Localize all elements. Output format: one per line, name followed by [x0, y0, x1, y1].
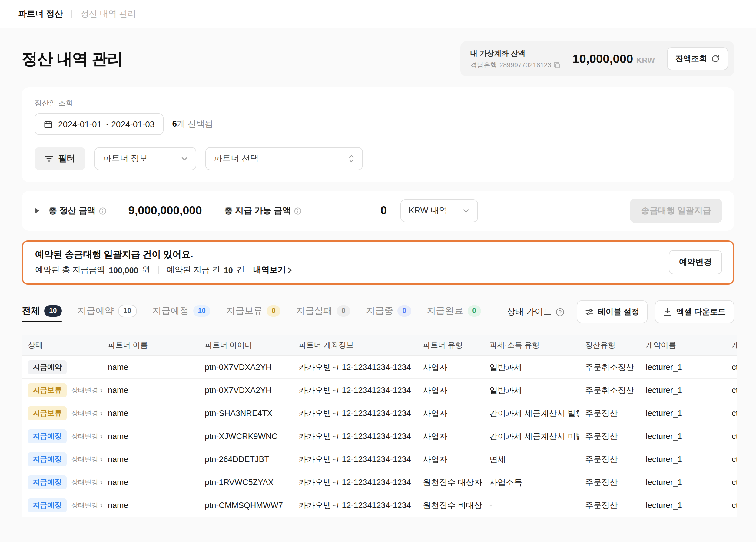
currency-dropdown[interactable]: KRW 내역: [400, 199, 478, 222]
date-range-value: 2024-01-01 ~ 2024-01-03: [58, 119, 154, 129]
top-nav: 파트너 정산 정산 내역 관리: [0, 0, 756, 28]
col-contract-name: 계약이름: [640, 335, 726, 356]
balance-check-button[interactable]: 잔액조회: [667, 47, 728, 70]
reserved-amount: 100,000: [109, 266, 138, 275]
table-row[interactable]: 지급예정 상태변경 name ptn-264DDETJBT 카카오뱅크 12-1…: [22, 448, 737, 471]
settlement-page: 파트너 정산 정산 내역 관리 정산 내역 관리 내 가상계좌 잔액 경남은행 …: [0, 0, 756, 542]
tabs-row: 전체 10 지급예약 10 지급예정 10 지급보류 0 지급실패 0: [22, 300, 734, 327]
swap-icon: [100, 388, 102, 393]
chevron-updown-icon: [348, 154, 354, 163]
alert-content: 예약된 송금대행 일괄지급 건이 있어요. 예약된 총 지급금액 100,000…: [35, 249, 292, 276]
question-circle-icon: [555, 307, 565, 316]
status-change-button[interactable]: 상태변경: [71, 501, 102, 510]
table-row[interactable]: 지급예정 상태변경 name ptn-1RVWC5ZYAX 카카오뱅크 12-1…: [22, 471, 737, 494]
filter-button[interactable]: 필터: [35, 147, 85, 170]
table-toolbar: 상태 가이드: [507, 300, 734, 327]
balance-account: 경남은행 28999770218123: [470, 60, 560, 69]
col-partner-id: 파트너 아이디: [199, 335, 293, 356]
balance-check-label: 잔액조회: [675, 53, 707, 64]
chevron-down-icon: [181, 157, 188, 161]
reserved-count: 10: [224, 266, 233, 275]
tab-payment-hold[interactable]: 지급보류 0: [226, 305, 280, 322]
summary-divider: [213, 205, 214, 216]
settlement-table-wrap: 상태 파트너 이름 파트너 아이디 파트너 계좌정보 파트너 유형 과세·소득 …: [22, 335, 737, 517]
status-change-button[interactable]: 상태변경: [71, 386, 102, 395]
status-badge: 지급예정: [28, 475, 67, 489]
sliders-icon: [585, 308, 594, 316]
title-row: 정산 내역 관리 내 가상계좌 잔액 경남은행 28999770218123: [22, 41, 734, 76]
table-row[interactable]: 지급예정 상태변경 name ptn-XJWCRK9WNC 카카오뱅크 12-1…: [22, 425, 737, 448]
filter-icon: [45, 155, 53, 162]
col-account-info: 파트너 계좌정보: [293, 335, 417, 356]
table-row[interactable]: 지급보류 상태변경 name ptn-0X7VDXA2YH 카카오뱅크 12-1…: [22, 379, 737, 402]
tab-payment-in-progress[interactable]: 지급중 0: [366, 305, 411, 322]
refresh-icon: [711, 55, 720, 63]
status-change-button[interactable]: 상태변경: [71, 432, 102, 441]
breadcrumb-settlement-history[interactable]: 정산 내역 관리: [81, 8, 136, 19]
alert-detail-line: 예약된 총 지급금액 100,000 원 예약된 지급 건 10 건 내역보기: [35, 265, 292, 276]
tab-count-badge: 10: [118, 305, 137, 317]
tab-count-badge: 0: [467, 305, 481, 317]
excel-download-button[interactable]: 엑셀 다운로드: [655, 300, 734, 323]
info-icon[interactable]: [294, 207, 302, 215]
payable-amount-value: 0: [380, 204, 387, 217]
status-change-button[interactable]: 상태변경: [71, 455, 102, 464]
bank-name: 경남은행: [470, 60, 497, 69]
swap-icon: [100, 457, 102, 462]
tab-payment-failed[interactable]: 지급실패 0: [296, 305, 350, 322]
col-tax-type: 과세·소득 유형: [483, 335, 579, 356]
info-icon[interactable]: [99, 207, 107, 215]
reservation-alert: 예약된 송금대행 일괄지급 건이 있어요. 예약된 총 지급금액 100,000…: [22, 240, 734, 285]
alert-divider: [158, 266, 159, 274]
partner-select[interactable]: 파트너 선택: [205, 147, 363, 170]
balance-currency: KRW: [636, 55, 655, 64]
expand-toggle-icon[interactable]: [34, 207, 40, 214]
col-status: 상태: [22, 335, 102, 356]
status-change-button[interactable]: 상태변경: [71, 409, 102, 418]
table-row[interactable]: 지급보류 상태변경 name ptn-SHA3NRE4TX 카카오뱅크 12-1…: [22, 402, 737, 425]
breadcrumb-partner-settlement[interactable]: 파트너 정산: [18, 8, 63, 19]
col-partner-type: 파트너 유형: [417, 335, 483, 356]
col-contract-id: 계약: [726, 335, 737, 356]
swap-icon: [100, 434, 102, 439]
status-tabs: 전체 10 지급예약 10 지급예정 10 지급보류 0 지급실패 0: [22, 305, 481, 323]
tab-all[interactable]: 전체 10: [22, 305, 62, 322]
status-change-button[interactable]: 상태변경: [71, 478, 102, 487]
tab-count-badge: 10: [193, 305, 211, 317]
copy-icon[interactable]: [554, 61, 560, 68]
status-badge: 지급예정: [28, 429, 67, 443]
swap-icon: [100, 411, 102, 416]
swap-icon: [100, 480, 102, 485]
page-title: 정산 내역 관리: [22, 48, 123, 69]
filter-card: 정산일 조회 2024-01-01 ~ 2024-01-03 6개 선택됨: [22, 87, 734, 182]
table-row[interactable]: 지급예약 name ptn-0X7VDXA2YH 카카오뱅크 12-123412…: [22, 356, 737, 379]
tab-count-badge: 0: [267, 305, 280, 317]
table-settings-button[interactable]: 테이블 설정: [577, 300, 648, 323]
chevron-down-icon: [463, 209, 469, 213]
bulk-transfer-button[interactable]: 송금대행 일괄지급: [630, 199, 722, 223]
breadcrumb-divider: [71, 10, 72, 18]
partner-select-value: 파트너 선택: [214, 153, 259, 164]
total-settlement-label: 총 정산 금액: [48, 205, 107, 216]
status-guide-link[interactable]: 상태 가이드: [507, 306, 565, 317]
tab-count-badge: 0: [337, 305, 350, 317]
balance-amount-wrap: 10,000,000 KRW: [572, 52, 655, 66]
status-badge: 지급예정: [28, 452, 67, 466]
settlement-table: 상태 파트너 이름 파트너 아이디 파트너 계좌정보 파트너 유형 과세·소득 …: [22, 335, 737, 517]
virtual-account-balance-card: 내 가상계좌 잔액 경남은행 28999770218123 10,000: [461, 41, 734, 76]
status-badge: 지급보류: [28, 383, 67, 397]
alert-title: 예약된 송금대행 일괄지급 건이 있어요.: [35, 249, 292, 260]
tab-count-badge: 0: [397, 305, 411, 317]
account-number: 28999770218123: [499, 61, 551, 68]
change-reservation-button[interactable]: 예약변경: [669, 250, 722, 274]
tab-payment-reserved[interactable]: 지급예약 10: [78, 305, 137, 323]
balance-label: 내 가상계좌 잔액: [470, 48, 560, 58]
table-row[interactable]: 지급예정 상태변경 name ptn-CMMSQHMWW7 카카오뱅크 12-1…: [22, 494, 737, 517]
tab-payment-scheduled[interactable]: 지급예정 10: [152, 305, 211, 322]
partner-info-dropdown[interactable]: 파트너 정보: [95, 147, 196, 170]
date-range-button[interactable]: 2024-01-01 ~ 2024-01-03: [35, 113, 164, 135]
view-details-link[interactable]: 내역보기: [253, 265, 292, 276]
table-header-row: 상태 파트너 이름 파트너 아이디 파트너 계좌정보 파트너 유형 과세·소득 …: [22, 335, 737, 356]
tab-payment-complete[interactable]: 지급완료 0: [427, 305, 481, 322]
tab-count-badge: 10: [44, 305, 62, 317]
